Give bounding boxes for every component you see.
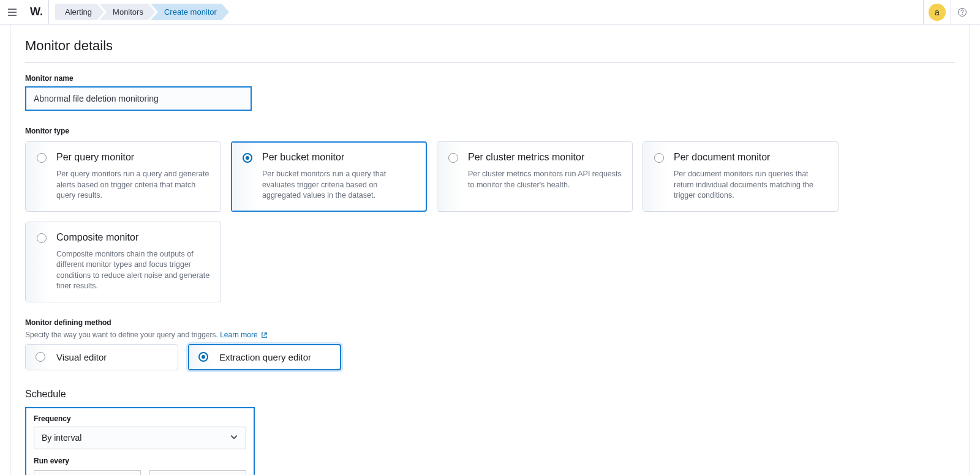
type-card-per-bucket[interactable]: Per bucket monitor Per bucket monitors r… bbox=[231, 141, 427, 212]
breadcrumb-create-monitor[interactable]: Create monitor bbox=[151, 4, 229, 20]
frequency-label: Frequency bbox=[34, 414, 246, 423]
hamburger-icon bbox=[7, 7, 17, 17]
schedule-title: Schedule bbox=[25, 389, 955, 400]
learn-more-link[interactable]: Learn more bbox=[220, 331, 268, 339]
type-card-per-query[interactable]: Per query monitor Per query monitors run… bbox=[25, 141, 221, 212]
method-help: Specify the way you want to define your … bbox=[25, 331, 955, 339]
type-desc: Composite monitors chain the outputs of … bbox=[56, 249, 211, 292]
type-card-composite[interactable]: Composite monitor Composite monitors cha… bbox=[25, 222, 221, 302]
type-desc: Per query monitors run a query and gener… bbox=[56, 169, 211, 201]
page-title: Monitor details bbox=[25, 38, 955, 63]
monitor-name-input[interactable] bbox=[25, 86, 252, 111]
radio-off-icon bbox=[37, 233, 47, 243]
avatar[interactable]: a bbox=[929, 4, 946, 21]
frequency-value: By interval bbox=[42, 433, 81, 443]
breadcrumb: Alerting Monitors Create monitor bbox=[55, 4, 229, 20]
type-title: Composite monitor bbox=[56, 232, 211, 243]
interval-input-wrapper[interactable] bbox=[34, 470, 141, 476]
type-title: Per bucket monitor bbox=[262, 152, 417, 163]
frequency-select[interactable]: By interval bbox=[34, 427, 246, 449]
monitor-details-panel: Monitor details Monitor name Monitor typ… bbox=[10, 24, 970, 475]
monitor-name-label: Monitor name bbox=[25, 74, 955, 83]
radio-off-icon bbox=[37, 153, 47, 163]
type-desc: Per document monitors run queries that r… bbox=[674, 169, 828, 201]
type-desc: Per cluster metrics monitors run API req… bbox=[468, 169, 622, 190]
radio-on-icon bbox=[198, 352, 208, 362]
type-title: Per query monitor bbox=[56, 152, 211, 163]
radio-off-icon bbox=[36, 352, 45, 362]
help-button[interactable] bbox=[951, 0, 973, 24]
breadcrumb-alerting[interactable]: Alerting bbox=[55, 4, 104, 20]
type-card-per-cluster[interactable]: Per cluster metrics monitor Per cluster … bbox=[437, 141, 633, 212]
monitor-type-label: Monitor type bbox=[25, 127, 955, 135]
run-every-label: Run every bbox=[34, 457, 246, 465]
chevron-down-icon bbox=[230, 433, 238, 441]
radio-off-icon bbox=[448, 153, 458, 163]
breadcrumb-monitors[interactable]: Monitors bbox=[99, 4, 156, 20]
external-link-icon bbox=[261, 332, 268, 338]
interval-unit-select[interactable]: Minute(s) bbox=[149, 470, 246, 476]
method-label: Monitor defining method bbox=[25, 318, 955, 327]
type-card-per-document[interactable]: Per document monitor Per document monito… bbox=[643, 141, 839, 212]
method-card-extraction-query[interactable]: Extraction query editor bbox=[188, 344, 341, 370]
schedule-box: Frequency By interval Run every Minute(s… bbox=[25, 407, 255, 476]
monitor-type-grid: Per query monitor Per query monitors run… bbox=[25, 141, 955, 302]
help-icon bbox=[957, 7, 967, 17]
svg-point-1 bbox=[962, 13, 962, 14]
type-title: Per document monitor bbox=[674, 152, 828, 163]
menu-toggle[interactable] bbox=[0, 0, 24, 24]
radio-off-icon bbox=[654, 153, 664, 163]
radio-on-icon bbox=[243, 153, 252, 163]
method-card-visual-editor[interactable]: Visual editor bbox=[25, 344, 178, 370]
method-help-text: Specify the way you want to define your … bbox=[25, 331, 218, 339]
type-desc: Per bucket monitors run a query that eva… bbox=[262, 169, 417, 201]
type-title: Per cluster metrics monitor bbox=[468, 152, 622, 163]
method-title: Visual editor bbox=[56, 352, 107, 362]
topbar: W. Alerting Monitors Create monitor a bbox=[0, 0, 980, 24]
logo[interactable]: W. bbox=[24, 0, 49, 24]
method-title: Extraction query editor bbox=[219, 352, 311, 362]
